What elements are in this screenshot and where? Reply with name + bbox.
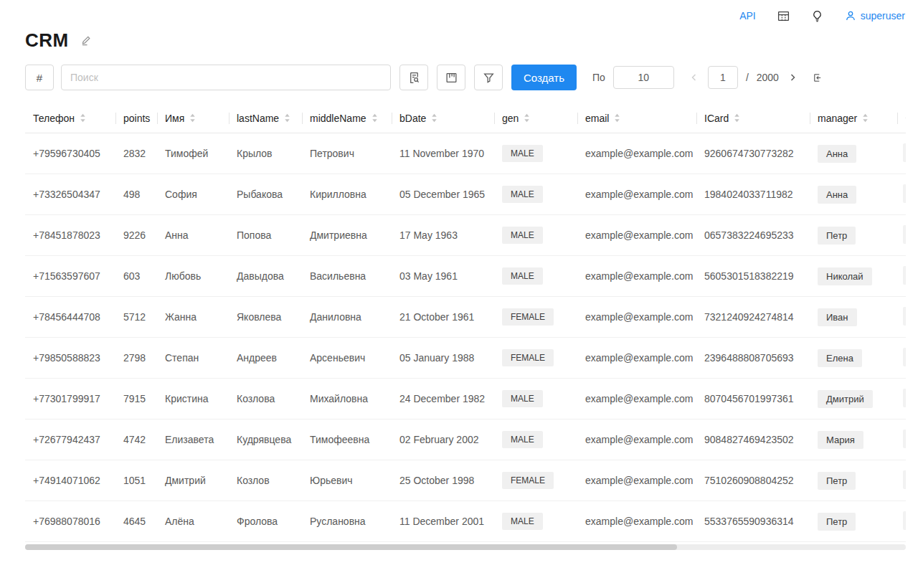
- gender-badge: FEMALE: [502, 349, 554, 366]
- cell-points: 4742: [115, 434, 157, 445]
- topbar: API superuser: [0, 0, 918, 23]
- cell-lastName: Крылов: [229, 148, 302, 159]
- gender-badge: MALE: [502, 513, 543, 530]
- page-input[interactable]: [708, 66, 738, 89]
- cell-middleName: Дмитриевна: [302, 229, 392, 241]
- cell-manager: Петр: [810, 227, 897, 245]
- bulb-icon[interactable]: [811, 10, 823, 22]
- file-search-button[interactable]: [399, 65, 428, 90]
- total-pages: 2000: [757, 72, 779, 83]
- next-page-button[interactable]: [787, 73, 798, 82]
- cell-middleName: Арсеньевич: [302, 352, 392, 364]
- column-header-email[interactable]: email: [577, 103, 696, 133]
- truncated-badge: [903, 225, 906, 244]
- column-header-firstName[interactable]: Имя: [157, 103, 229, 133]
- create-button[interactable]: Создать: [511, 65, 577, 90]
- cell-truncated: [897, 266, 906, 287]
- cell-bDate: 05 December 1965: [392, 189, 494, 200]
- page-title: CRM: [25, 29, 69, 52]
- table-row[interactable]: +773017999177915КристинаКозловаМихайловн…: [25, 379, 906, 419]
- table-row[interactable]: +769880780164645АлёнаФроловаРуслановна11…: [25, 501, 906, 542]
- cell-manager: Анна: [810, 186, 897, 204]
- cell-email: example@example.com: [577, 393, 696, 404]
- table-row[interactable]: +726779424374742ЕлизаветаКудрявцеваТимоф…: [25, 419, 906, 460]
- cell-firstName: Елизавета: [157, 434, 229, 445]
- gender-badge: MALE: [502, 431, 543, 448]
- last-page-button[interactable]: [810, 72, 824, 83]
- next-page-icon: [788, 73, 797, 82]
- gender-badge: MALE: [502, 227, 543, 244]
- cell-lastName: Давыдова: [229, 270, 302, 282]
- gender-badge: FEMALE: [502, 308, 554, 326]
- table-row[interactable]: +798505888232798СтепанАндреевАрсеньевич0…: [25, 338, 906, 379]
- cell-phone: +71563597607: [25, 270, 115, 282]
- column-label: lastName: [237, 113, 279, 124]
- column-header-gen[interactable]: gen: [494, 103, 577, 133]
- cell-points: 7915: [115, 393, 157, 404]
- data-table: ТелефонpointsИмяlastNamemiddleNamebDateg…: [25, 103, 906, 542]
- cell-lastName: Фролова: [229, 516, 302, 527]
- search-input[interactable]: [61, 65, 391, 90]
- per-page-label: По: [592, 72, 605, 83]
- cell-middleName: Даниловна: [302, 311, 392, 323]
- cell-manager: Мария: [810, 431, 897, 449]
- cell-phone: +79596730405: [25, 148, 115, 159]
- table-icon[interactable]: [777, 10, 790, 22]
- truncated-badge: [903, 511, 906, 530]
- user-menu[interactable]: superuser: [845, 10, 905, 22]
- table-row[interactable]: +71563597607603ЛюбовьДавыдоваВасильевна0…: [25, 256, 906, 297]
- cell-gen: MALE: [494, 513, 577, 530]
- cell-gen: MALE: [494, 186, 577, 203]
- column-header-lastName[interactable]: lastName: [229, 103, 302, 133]
- column-header-middleName[interactable]: middleName: [302, 103, 392, 133]
- column-header-phone[interactable]: Телефон: [25, 103, 115, 133]
- cell-truncated: [897, 184, 906, 205]
- manager-badge: Дмитрий: [818, 390, 873, 408]
- filter-button[interactable]: [474, 65, 503, 90]
- truncated-badge: [903, 266, 906, 285]
- cell-gen: FEMALE: [494, 308, 577, 326]
- id-filter-button[interactable]: #: [25, 65, 54, 90]
- sort-icon: [862, 113, 869, 123]
- table-row[interactable]: +784564447085712ЖаннаЯковлеваДаниловна21…: [25, 297, 906, 338]
- cell-icard: 9260674730773282: [696, 148, 810, 159]
- column-label: gen: [502, 113, 519, 124]
- gender-badge: MALE: [502, 145, 543, 162]
- edit-icon[interactable]: [80, 34, 92, 46]
- column-header-bDate[interactable]: bDate: [392, 103, 494, 133]
- cell-gen: FEMALE: [494, 472, 577, 489]
- column-header-icard[interactable]: ICard: [696, 103, 810, 133]
- horizontal-scrollbar-thumb[interactable]: [25, 544, 677, 550]
- truncated-badge: [903, 184, 906, 203]
- cell-lastName: Козлов: [229, 475, 302, 486]
- per-page-input[interactable]: [613, 66, 674, 89]
- cell-email: example@example.com: [577, 311, 696, 323]
- cell-phone: +72677942437: [25, 434, 115, 445]
- cell-phone: +76988078016: [25, 516, 115, 527]
- user-icon: [845, 10, 856, 22]
- table-row[interactable]: +749140710621051ДмитрийКозловЮрьевич25 O…: [25, 460, 906, 501]
- prev-page-icon: [690, 73, 699, 82]
- sort-icon: [431, 113, 437, 123]
- board-view-button[interactable]: [437, 65, 465, 90]
- api-link[interactable]: API: [739, 10, 756, 22]
- cell-email: example@example.com: [577, 148, 696, 159]
- cell-bDate: 03 May 1961: [392, 270, 494, 282]
- cell-middleName: Кирилловна: [302, 189, 392, 200]
- truncated-badge: [903, 389, 906, 407]
- cell-truncated: [897, 389, 906, 409]
- table-row[interactable]: +795967304052832ТимофейКрыловПетрович11 …: [25, 133, 906, 174]
- cell-bDate: 05 January 1988: [392, 352, 494, 364]
- cell-lastName: Рыбакова: [229, 189, 302, 200]
- cell-points: 5712: [115, 311, 157, 323]
- cell-bDate: 11 November 1970: [392, 148, 494, 159]
- truncated-badge: [903, 307, 906, 326]
- cell-firstName: Алёна: [157, 516, 229, 527]
- cell-firstName: Кристина: [157, 393, 229, 404]
- horizontal-scrollbar[interactable]: [25, 544, 906, 550]
- table-row[interactable]: +73326504347498СофияРыбаковаКирилловна05…: [25, 174, 906, 215]
- table-row[interactable]: +784518780239226АннаПоповаДмитриевна17 M…: [25, 215, 906, 256]
- prev-page-button[interactable]: [688, 73, 700, 82]
- cell-email: example@example.com: [577, 434, 696, 445]
- column-header-manager[interactable]: manager: [810, 103, 897, 133]
